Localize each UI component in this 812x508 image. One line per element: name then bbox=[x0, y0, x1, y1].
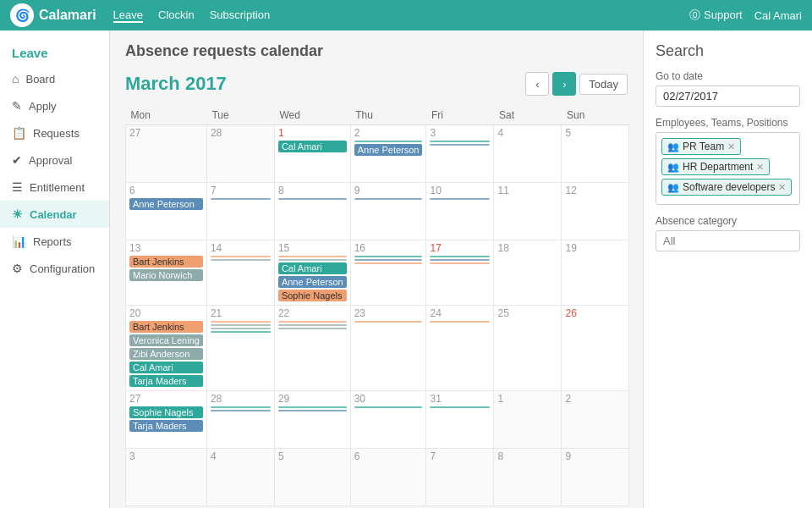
cal-cell[interactable]: 15 Cal Amari Anne Peterson Sophie Nagels bbox=[274, 240, 350, 306]
remove-hr-dept-button[interactable]: ✕ bbox=[756, 162, 764, 173]
logo-icon: 🌀 bbox=[10, 3, 34, 27]
sidebar-item-entitlement[interactable]: ☰ Entitlement bbox=[0, 174, 109, 201]
remove-pr-team-button[interactable]: ✕ bbox=[727, 141, 735, 152]
cal-cell[interactable]: 2 Anne Peterson bbox=[350, 125, 426, 183]
absence-category-input[interactable] bbox=[656, 230, 800, 251]
cal-cell[interactable]: 17 bbox=[426, 240, 494, 306]
sidebar-label-apply: Apply bbox=[29, 100, 57, 113]
home-icon: ⌂ bbox=[12, 72, 19, 86]
calendar-icon: ☀ bbox=[12, 207, 23, 221]
event-bar bbox=[430, 406, 490, 408]
cal-cell[interactable]: 20 Bart Jenkins Veronica Lening Zibi And… bbox=[126, 306, 207, 391]
cal-cell[interactable]: 6 Anne Peterson bbox=[126, 183, 207, 240]
cal-cell[interactable]: 22 bbox=[274, 306, 350, 391]
event-bar bbox=[430, 321, 490, 323]
cal-cell[interactable]: 7 bbox=[206, 183, 274, 240]
col-sat: Sat bbox=[494, 106, 562, 125]
cal-cell[interactable]: 21 bbox=[206, 306, 274, 391]
cal-cell[interactable]: 3 bbox=[426, 125, 494, 183]
sidebar-item-requests[interactable]: 📋 Requests bbox=[0, 119, 109, 146]
cal-cell[interactable]: 3 bbox=[126, 449, 207, 506]
cal-cell[interactable]: 1 bbox=[494, 391, 562, 449]
cal-cell[interactable]: 28 bbox=[206, 391, 274, 449]
event-bar bbox=[211, 406, 271, 408]
event-bar: Tarja Maders bbox=[129, 420, 203, 432]
nav-subscription[interactable]: Subscription bbox=[210, 8, 271, 23]
cal-cell[interactable]: 6 bbox=[350, 449, 426, 506]
cal-cell[interactable]: 27 bbox=[126, 125, 207, 183]
right-panel: Search Go to date Employees, Teams, Posi… bbox=[643, 30, 812, 508]
sidebar-label-config: Configuration bbox=[30, 262, 95, 275]
cal-cell[interactable]: 27 Sophie Nagels Tarja Maders bbox=[126, 391, 207, 449]
cal-cell[interactable]: 5 bbox=[274, 449, 350, 506]
cal-cell[interactable]: 30 bbox=[350, 391, 426, 449]
cal-cell[interactable]: 8 bbox=[494, 449, 562, 506]
cal-cell[interactable]: 14 bbox=[206, 240, 274, 306]
cal-cell[interactable]: 5 bbox=[562, 125, 629, 183]
remove-sw-devs-button[interactable]: ✕ bbox=[778, 182, 786, 193]
entitlement-icon: ☰ bbox=[12, 180, 23, 194]
cal-cell[interactable]: 29 bbox=[274, 391, 350, 449]
cal-cell[interactable]: 26 bbox=[562, 306, 629, 391]
event-bar bbox=[278, 406, 347, 408]
cal-cell[interactable]: 9 bbox=[562, 449, 629, 506]
event-bar bbox=[354, 198, 423, 200]
tag-hr-department: 👥 HR Department ✕ bbox=[661, 158, 770, 175]
sidebar-item-apply[interactable]: ✎ Apply bbox=[0, 92, 109, 119]
event-bar: Bart Jenkins bbox=[129, 321, 203, 333]
col-fri: Fri bbox=[426, 106, 494, 125]
cal-cell[interactable]: 4 bbox=[206, 449, 274, 506]
main-content: Absence requests calendar March 2017 ‹ ›… bbox=[110, 30, 643, 508]
goto-date-input[interactable] bbox=[656, 86, 800, 107]
cal-cell[interactable]: 28 bbox=[206, 125, 274, 183]
sidebar-item-board[interactable]: ⌂ Board bbox=[0, 65, 109, 92]
logo-text: Calamari bbox=[39, 8, 96, 23]
nav-leave[interactable]: Leave bbox=[113, 8, 143, 23]
cal-cell[interactable]: 24 bbox=[426, 306, 494, 391]
cal-cell[interactable]: 19 bbox=[562, 240, 629, 306]
sidebar-item-calendar[interactable]: ☀ Calendar bbox=[0, 201, 109, 228]
tag-container: 👥 PR Team ✕ 👥 HR Department ✕ 👥 Software… bbox=[656, 132, 800, 205]
support-link[interactable]: ⓪ Support bbox=[689, 8, 742, 23]
event-bar: Tarja Maders bbox=[129, 375, 203, 387]
cal-cell[interactable]: 11 bbox=[494, 183, 562, 240]
cal-cell[interactable]: 10 bbox=[426, 183, 494, 240]
event-bar bbox=[354, 256, 423, 257]
event-bar bbox=[430, 141, 490, 142]
prev-month-button[interactable]: ‹ bbox=[525, 72, 549, 96]
sidebar-item-configuration[interactable]: ⚙ Configuration bbox=[0, 255, 109, 282]
cal-cell[interactable]: 16 bbox=[350, 240, 426, 306]
cal-cell[interactable]: 8 bbox=[274, 183, 350, 240]
cal-cell[interactable]: 31 bbox=[426, 391, 494, 449]
sidebar-label-calendar: Calendar bbox=[30, 208, 77, 221]
cal-cell[interactable]: 13 Bart Jenkins Mario Norwich bbox=[126, 240, 207, 306]
top-nav-right: ⓪ Support Cal Amari bbox=[689, 8, 802, 23]
event-bar: Cal Amari bbox=[278, 262, 347, 274]
sidebar-item-approval[interactable]: ✔ Approval bbox=[0, 146, 109, 174]
sidebar-item-reports[interactable]: 📊 Reports bbox=[0, 228, 109, 255]
cal-cell[interactable]: 7 bbox=[426, 449, 494, 506]
next-month-button[interactable]: › bbox=[552, 72, 576, 96]
col-wed: Wed bbox=[274, 106, 350, 125]
employees-label: Employees, Teams, Positions bbox=[656, 117, 800, 129]
cal-cell[interactable]: 18 bbox=[494, 240, 562, 306]
user-menu[interactable]: Cal Amari bbox=[754, 9, 802, 22]
cal-cell[interactable]: 9 bbox=[350, 183, 426, 240]
cal-cell[interactable]: 12 bbox=[562, 183, 629, 240]
apply-icon: ✎ bbox=[12, 99, 22, 113]
sidebar-section-title: Leave bbox=[0, 39, 109, 65]
nav-clockin[interactable]: Clockin bbox=[158, 8, 195, 23]
cal-cell[interactable]: 25 bbox=[494, 306, 562, 391]
cal-cell[interactable]: 2 bbox=[562, 391, 629, 449]
cal-cell[interactable]: 1 Cal Amari bbox=[274, 125, 350, 183]
today-button[interactable]: Today bbox=[579, 74, 628, 95]
cal-cell[interactable]: 23 bbox=[350, 306, 426, 391]
event-bar bbox=[278, 410, 347, 411]
calendar-month: March 2017 bbox=[125, 73, 227, 95]
logo: 🌀 Calamari bbox=[10, 3, 96, 27]
event-bar: Veronica Lening bbox=[129, 334, 203, 346]
event-bar bbox=[354, 259, 423, 261]
cal-cell[interactable]: 4 bbox=[494, 125, 562, 183]
calendar-nav: ‹ › Today bbox=[525, 72, 628, 96]
col-tue: Tue bbox=[206, 106, 274, 125]
